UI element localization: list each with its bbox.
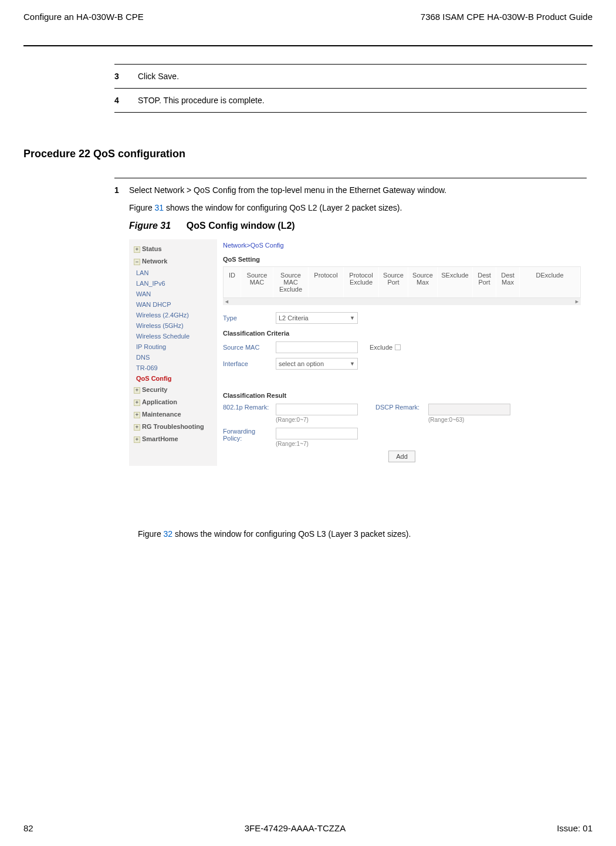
figure-link-32[interactable]: 32 [164, 529, 173, 539]
procedure-title: Procedure 22 QoS configuration [23, 148, 593, 160]
sidebar-item-network[interactable]: –Network [129, 255, 217, 268]
col-src-port: Source Port [379, 267, 408, 297]
source-mac-input[interactable] [276, 341, 358, 353]
sidebar-item-status[interactable]: +Status [129, 243, 217, 255]
type-select[interactable]: L2 Criteria ▼ [276, 312, 358, 324]
type-label: Type [223, 314, 276, 322]
sidebar-item-lan-ipv6[interactable]: LAN_IPv6 [129, 278, 217, 289]
horizontal-scrollbar[interactable]: ◄ ► [223, 298, 581, 305]
col-dexclude: DExclude [520, 267, 580, 297]
col-src-max: Source Max [408, 267, 438, 297]
figure-32-text: Figure 32 shows the window for configuri… [138, 529, 593, 539]
sidebar: +Status –Network LAN LAN_IPv6 WAN WAN DH… [129, 239, 217, 466]
header-right: 7368 ISAM CPE HA-030W-B Product Guide [421, 12, 593, 22]
figure-title: Figure 31 QoS Config window (L2) [129, 221, 587, 231]
chevron-down-icon: ▼ [350, 315, 355, 321]
dscp-range: (Range:0~63) [428, 417, 510, 423]
expand-icon: + [134, 400, 140, 406]
chevron-right-icon: ► [574, 299, 580, 304]
chevron-down-icon: ▼ [350, 361, 355, 367]
sidebar-item-dns[interactable]: DNS [129, 352, 217, 363]
step-num: 1 [114, 185, 129, 507]
page-number: 82 [23, 823, 33, 833]
step-4: 4 STOP. This procedure is complete. [114, 88, 587, 113]
step-num: 3 [114, 72, 138, 81]
screenshot-qos-config: +Status –Network LAN LAN_IPv6 WAN WAN DH… [129, 239, 587, 466]
sidebar-item-maintenance[interactable]: +Maintenance [129, 408, 217, 421]
col-dest-max: Dest Max [496, 267, 520, 297]
dscp-input[interactable] [428, 404, 510, 415]
col-dest-port: Dest Port [473, 267, 496, 297]
col-src-mac-excl: Source MAC Exclude [273, 267, 309, 297]
step-text: Select Network > QoS Config from the top… [129, 185, 587, 195]
panel-title: QoS Setting [223, 256, 581, 266]
sidebar-item-ip-routing[interactable]: IP Routing [129, 341, 217, 352]
forwarding-policy-label: Forwarding Policy: [223, 428, 276, 442]
expand-icon: + [134, 412, 140, 418]
chevron-left-icon: ◄ [224, 299, 229, 304]
step-text: Click Save. [138, 72, 587, 81]
expand-icon: + [134, 387, 140, 394]
step-text: Figure 31 shows the window for configuri… [129, 203, 587, 212]
expand-icon: – [134, 259, 140, 265]
8021p-range: (Range:0~7) [276, 417, 358, 423]
interface-select[interactable]: select an option ▼ [276, 358, 358, 370]
classification-result-title: Classification Result [223, 392, 581, 399]
sidebar-item-lan[interactable]: LAN [129, 268, 217, 278]
sidebar-item-wan[interactable]: WAN [129, 289, 217, 299]
sidebar-item-smarthome[interactable]: +SmartHome [129, 433, 217, 445]
sidebar-item-qos-config[interactable]: QoS Config [129, 373, 217, 384]
sidebar-item-wan-dhcp[interactable]: WAN DHCP [129, 299, 217, 310]
step-3: 3 Click Save. [114, 64, 587, 88]
header-left: Configure an HA-030W-B CPE [23, 12, 144, 22]
source-mac-label: Source MAC [223, 344, 276, 351]
forwarding-policy-range: (Range:1~7) [276, 441, 358, 447]
expand-icon: + [134, 424, 140, 431]
col-protocol: Protocol [309, 267, 344, 297]
add-button[interactable]: Add [388, 451, 415, 462]
exclude-label: Exclude [370, 344, 392, 351]
forwarding-policy-input[interactable] [276, 428, 358, 439]
col-sexclude: SExclude [438, 267, 473, 297]
expand-icon: + [134, 436, 140, 443]
sidebar-item-security[interactable]: +Security [129, 384, 217, 396]
dscp-label: DSCP Remark: [375, 404, 428, 411]
issue-number: Issue: 01 [557, 823, 593, 833]
col-id: ID [224, 267, 241, 297]
sidebar-item-wireless-5[interactable]: Wireless (5GHz) [129, 320, 217, 331]
exclude-checkbox[interactable] [395, 344, 401, 350]
8021p-label: 802.1p Remark: [223, 404, 276, 411]
qos-table-header: ID Source MAC Source MAC Exclude Protoco… [223, 266, 581, 298]
expand-icon: + [134, 246, 140, 253]
main-panel: Network>QoS Config QoS Setting ID Source… [217, 239, 587, 466]
classification-criteria-title: Classification Criteria [223, 330, 581, 337]
col-protocol-excl: Protocol Exclude [344, 267, 379, 297]
sidebar-item-tr069[interactable]: TR-069 [129, 363, 217, 373]
8021p-input[interactable] [276, 404, 358, 415]
figure-link-31[interactable]: 31 [155, 203, 164, 212]
doc-code: 3FE-47429-AAAA-TCZZA [245, 823, 346, 833]
sidebar-item-application[interactable]: +Application [129, 396, 217, 408]
interface-label: Interface [223, 360, 276, 367]
step-num: 4 [114, 96, 138, 105]
breadcrumb: Network>QoS Config [223, 239, 581, 256]
sidebar-item-rg-troubleshooting[interactable]: +RG Troubleshooting [129, 421, 217, 433]
sidebar-item-wireless-schedule[interactable]: Wireless Schedule [129, 331, 217, 341]
col-src-mac: Source MAC [241, 267, 273, 297]
step-text: STOP. This procedure is complete. [138, 96, 587, 105]
sidebar-item-wireless-24[interactable]: Wireless (2.4GHz) [129, 310, 217, 320]
